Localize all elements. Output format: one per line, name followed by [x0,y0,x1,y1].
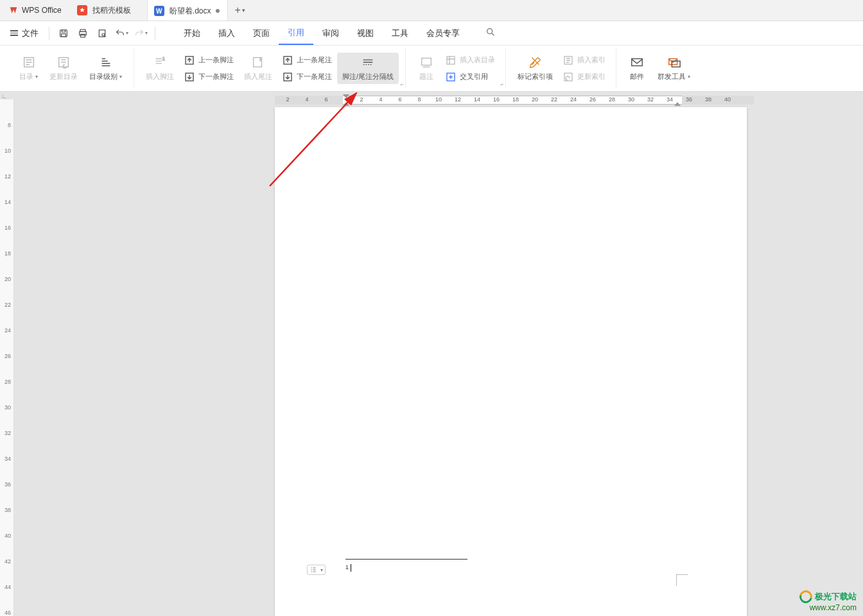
search-button[interactable] [479,23,502,44]
indent-marker[interactable] [674,102,681,106]
svg-rect-22 [564,73,572,81]
title-bar: WPS Office 找稻壳模板 W 盼望着.docx + ▾ [0,0,863,21]
next-footnote-button[interactable]: 下一条脚注 [180,70,238,84]
group-toc: 目录▾ 更新目录 目录级别▾ [8,48,134,89]
footnote-icon: 1 [153,55,167,69]
mass-send-button[interactable]: 群发工具▾ [652,53,695,84]
table-toc-icon [446,55,456,65]
tab-tools[interactable]: 工具 [383,22,417,44]
prev-endnote-button[interactable]: 上一条尾注 [279,53,336,67]
next-footnote-icon [184,72,195,82]
toc-level-button[interactable]: 目录级别▾ [84,53,127,84]
insert-index-button[interactable]: 插入索引 [559,53,609,67]
redo-button[interactable]: ▾ [133,26,148,41]
tab-template[interactable]: 找稻壳模板 [71,0,148,21]
file-label: 文件 [22,28,39,39]
indent-marker[interactable] [343,102,349,106]
toc-icon [22,55,36,69]
footnote-marker: 1 [345,564,349,570]
tab-references[interactable]: 引用 [279,22,313,45]
horizontal-ruler[interactable]: 642246810121416182022242628303234363840 [275,96,754,105]
workspace: ∟ 64224681012141618202224262830323436384… [0,92,863,616]
svg-text:1: 1 [162,56,165,62]
svg-text:i: i [260,57,261,62]
insert-endnote-button[interactable]: i 插入尾注 [239,53,277,84]
next-endnote-icon [283,72,293,82]
svg-rect-2 [62,33,66,37]
footnote-separator-button[interactable]: 脚注/尾注分隔线 [337,53,399,84]
dialog-launcher-icon[interactable]: ⌐ [501,81,504,87]
caption-button[interactable]: 题注 [412,53,440,84]
text-cursor [351,564,351,572]
caption-icon [419,55,433,69]
update-index-icon [563,72,573,82]
insert-index-icon [563,55,573,65]
tab-insert[interactable]: 插入 [209,22,244,44]
mark-index-icon [528,55,543,69]
redo-icon [134,28,144,38]
svg-rect-23 [632,59,643,66]
cross-reference-button[interactable]: 交叉引用 [442,70,499,84]
footnote-separator-line [345,559,467,560]
svg-rect-1 [62,30,65,31]
file-menu-button[interactable]: 文件 [6,25,42,42]
app-tab[interactable]: WPS Office [0,0,71,21]
update-toc-button[interactable]: 更新目录 [44,53,83,84]
separator [155,27,155,40]
svg-rect-18 [422,58,432,65]
chevron-down-icon: ▾ [320,567,323,573]
endnote-icon: i [251,55,265,69]
unsaved-dot-icon [216,9,220,13]
print-button[interactable] [75,26,91,41]
app-name: WPS Office [22,6,62,15]
footnote-options-button[interactable]: ▾ [307,565,326,575]
mass-icon [667,55,681,69]
chevron-down-icon: ▾ [145,30,148,36]
group-footnote: 1 插入脚注 上一条脚注 下一条脚注 i 插入尾注 上一条尾注 下一条 [134,48,406,89]
update-index-button[interactable]: 更新索引 [559,70,609,84]
prev-footnote-button[interactable]: 上一条脚注 [180,53,238,67]
vertical-ruler[interactable]: 810121416182022242628303234363840424446 [0,99,14,616]
chevron-down-icon: ▾ [126,30,128,36]
prev-footnote-icon [184,55,195,65]
toc-button[interactable]: 目录▾ [14,53,43,84]
tab-member[interactable]: 会员专享 [417,22,469,44]
tab-document[interactable]: W 盼望着.docx [148,0,229,21]
next-endnote-button[interactable]: 下一条尾注 [279,70,336,84]
save-icon [58,28,69,38]
undo-icon [115,28,125,38]
svg-point-8 [487,28,493,33]
first-line-indent-marker[interactable] [343,94,349,98]
document-page[interactable]: 1 ▾ [275,107,747,616]
menu-row: 文件 ▾ ▾ 开始 插入 页面 引用 审阅 视图 工具 会员专享 [0,21,863,46]
tab-label: 找稻壳模板 [92,5,131,16]
ribbon: 目录▾ 更新目录 目录级别▾ 1 插入脚注 上一条脚注 下一条脚注 [0,46,863,92]
crossref-icon [446,72,456,82]
preview-icon [97,28,107,38]
chevron-down-icon: ▾ [242,7,245,13]
dialog-launcher-icon[interactable]: ⌐ [401,81,404,87]
undo-button[interactable]: ▾ [114,26,129,41]
new-tab-button[interactable]: + ▾ [228,0,251,21]
update-toc-icon [57,55,71,69]
toc-level-icon [99,55,113,69]
print-preview-button[interactable] [94,26,110,41]
mail-icon [630,55,644,69]
insert-footnote-button[interactable]: 1 插入脚注 [141,53,179,84]
svg-rect-19 [447,56,455,64]
mark-index-button[interactable]: 标记索引项 [512,53,558,84]
save-button[interactable] [56,26,71,41]
word-doc-icon: W [154,6,164,16]
wps-logo-icon [9,6,18,15]
tab-page[interactable]: 页面 [244,22,279,44]
separator-icon [361,55,375,69]
separator [49,27,49,40]
tab-home[interactable]: 开始 [175,22,209,44]
insert-table-toc-button[interactable]: 插入表目录 [442,53,499,67]
hamburger-icon [10,30,18,36]
tab-view[interactable]: 视图 [348,22,383,44]
tab-review[interactable]: 审阅 [313,22,348,44]
mail-button[interactable]: 邮件 [623,53,651,84]
group-mail: 邮件 群发工具▾ [616,48,702,89]
svg-rect-5 [81,34,85,37]
